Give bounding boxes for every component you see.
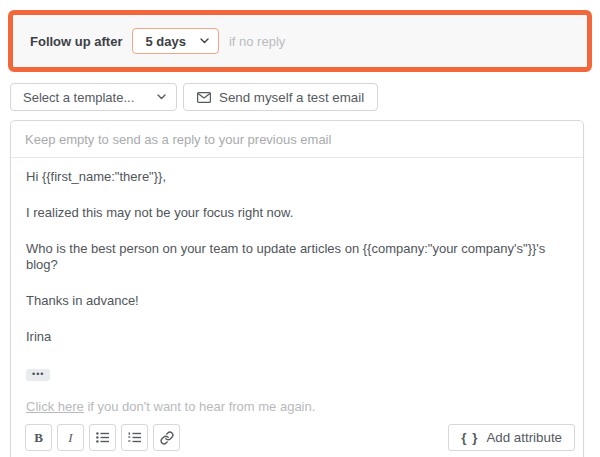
- bullet-list-button[interactable]: [89, 424, 116, 451]
- subject-input[interactable]: [11, 121, 583, 157]
- add-attribute-button[interactable]: { } Add attribute: [448, 424, 575, 451]
- subject-row: [11, 121, 583, 158]
- add-attribute-label: Add attribute: [486, 430, 562, 445]
- unsubscribe-link[interactable]: Click here: [26, 399, 84, 414]
- email-composer: Hi {{first_name:"there"}}, I realized th…: [10, 120, 584, 457]
- italic-button[interactable]: I: [57, 424, 84, 451]
- followup-settings-bar: Follow up after 5 days if no reply: [8, 10, 592, 72]
- body-paragraph: Irina: [26, 329, 568, 345]
- bold-icon: B: [34, 430, 43, 446]
- chevron-down-icon: [157, 94, 166, 100]
- numbered-list-button[interactable]: [121, 424, 148, 451]
- bullet-list-icon: [96, 432, 109, 443]
- link-icon: [160, 431, 174, 445]
- format-buttons: B I: [25, 424, 180, 451]
- followup-delay-select[interactable]: 5 days: [132, 28, 218, 54]
- envelope-icon: [197, 92, 211, 103]
- body-paragraph: I realized this may not be your focus ri…: [26, 205, 568, 221]
- template-select-value: Select a template...: [23, 90, 134, 105]
- editor-toolbar: B I: [11, 424, 583, 457]
- curly-braces-icon: { }: [461, 430, 478, 445]
- followup-condition-text: if no reply: [229, 34, 285, 49]
- email-body-editor[interactable]: Hi {{first_name:"there"}}, I realized th…: [11, 158, 583, 414]
- body-paragraph: Hi {{first_name:"there"}},: [26, 169, 568, 185]
- followup-delay-value: 5 days: [145, 34, 185, 49]
- show-trimmed-content-button[interactable]: •••: [26, 369, 50, 381]
- link-button[interactable]: [153, 424, 180, 451]
- chevron-down-icon: [200, 38, 209, 44]
- followup-label: Follow up after: [30, 34, 122, 49]
- italic-icon: I: [68, 430, 72, 446]
- bold-button[interactable]: B: [25, 424, 52, 451]
- send-test-email-button[interactable]: Send myself a test email: [183, 83, 378, 111]
- body-paragraph: Thanks in advance!: [26, 293, 568, 309]
- numbered-list-icon: [128, 432, 141, 443]
- unsubscribe-line: Click here if you don't want to hear fro…: [26, 399, 568, 414]
- unsubscribe-text: if you don't want to hear from me again.: [84, 399, 316, 414]
- send-test-email-label: Send myself a test email: [219, 90, 364, 105]
- body-paragraph: Who is the best person on your team to u…: [26, 241, 568, 273]
- template-row: Select a template... Send myself a test …: [10, 83, 592, 111]
- template-select[interactable]: Select a template...: [10, 83, 177, 111]
